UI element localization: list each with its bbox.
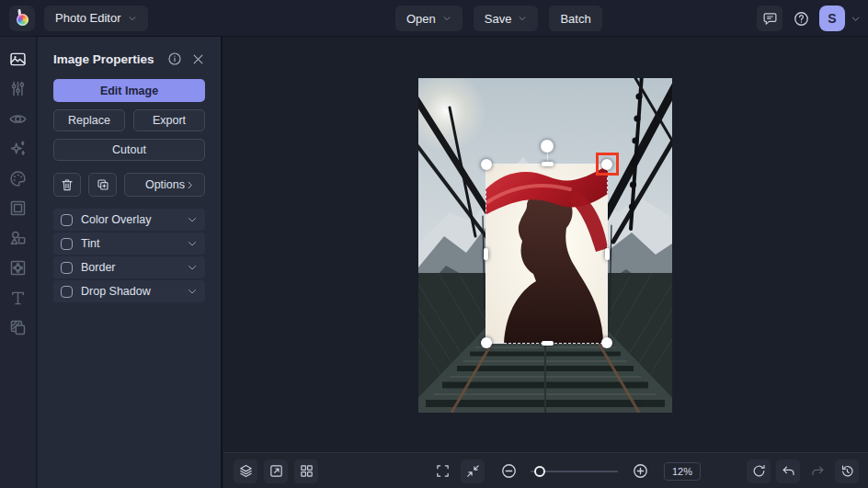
resize-canvas-button[interactable] xyxy=(264,460,288,483)
rail-graphics[interactable] xyxy=(0,223,37,254)
templates-button[interactable] xyxy=(294,460,318,483)
app-menu-button[interactable]: Photo Editor xyxy=(44,6,148,31)
property-row-tint[interactable]: Tint xyxy=(53,233,205,255)
sync-icon xyxy=(751,463,767,479)
resize-handle-bottom-left[interactable] xyxy=(481,337,492,348)
replace-button[interactable]: Replace xyxy=(53,109,125,131)
resize-handle-bottom[interactable] xyxy=(542,341,554,346)
export-button[interactable]: Export xyxy=(133,109,205,131)
property-row-border[interactable]: Border xyxy=(53,256,205,278)
shapes-icon xyxy=(8,229,28,248)
replace-export-row: Replace Export xyxy=(53,109,205,131)
ornate-frame-icon xyxy=(8,258,28,278)
undo-button[interactable] xyxy=(776,460,800,483)
close-icon[interactable] xyxy=(191,52,205,66)
options-button[interactable]: Options xyxy=(124,173,205,197)
tool-rail xyxy=(0,37,37,488)
chevron-down-icon[interactable] xyxy=(187,262,198,273)
chevron-down-icon[interactable] xyxy=(187,238,198,249)
border-checkbox[interactable] xyxy=(61,262,73,274)
property-list: Color Overlay Tint Border Drop Shadow xyxy=(53,209,205,302)
layers-button[interactable] xyxy=(234,460,257,483)
eye-icon xyxy=(8,109,28,129)
property-row-color-overlay[interactable]: Color Overlay xyxy=(53,209,205,231)
history-icon xyxy=(839,463,855,479)
edit-image-button[interactable]: Edit Image xyxy=(53,79,205,102)
fullscreen-icon xyxy=(435,463,451,479)
topbar-right: S xyxy=(757,6,861,31)
rail-edit[interactable] xyxy=(0,74,37,105)
color-overlay-checkbox[interactable] xyxy=(61,214,73,226)
chevron-down-icon xyxy=(442,14,451,23)
feedback-button[interactable] xyxy=(757,6,782,31)
fit-to-screen-button[interactable] xyxy=(461,460,485,483)
rail-ai-tools[interactable] xyxy=(0,134,37,165)
zoom-controls: 12% xyxy=(430,453,701,488)
app-menu-label: Photo Editor xyxy=(55,11,121,25)
help-button[interactable] xyxy=(788,6,814,31)
property-row-drop-shadow[interactable]: Drop Shadow xyxy=(53,280,205,302)
history-tools xyxy=(747,453,859,488)
layer-view-tools xyxy=(234,453,318,488)
duplicate-icon xyxy=(96,177,110,192)
rail-text[interactable] xyxy=(0,283,37,313)
chevron-down-icon[interactable] xyxy=(187,214,198,225)
rail-touch-up[interactable] xyxy=(0,104,37,134)
open-button[interactable]: Open xyxy=(395,6,463,31)
fullscreen-button[interactable] xyxy=(430,460,454,483)
delete-layer-button[interactable] xyxy=(53,173,81,197)
resize-handle-top-left[interactable] xyxy=(481,159,492,170)
chevron-down-icon xyxy=(128,14,137,23)
chevron-down-icon xyxy=(518,14,527,23)
bridge-photo-layer[interactable] xyxy=(418,78,672,413)
zoom-out-button[interactable] xyxy=(497,460,520,483)
drop-shadow-checkbox[interactable] xyxy=(61,286,73,298)
text-icon xyxy=(8,289,28,308)
bottom-toolbar: 12% xyxy=(223,452,868,488)
history-button[interactable] xyxy=(835,460,859,483)
tint-checkbox[interactable] xyxy=(61,238,73,250)
account-chevron-down-icon[interactable] xyxy=(851,14,861,24)
info-icon[interactable] xyxy=(167,51,182,66)
zoom-in-button[interactable] xyxy=(628,460,652,483)
rail-frames[interactable] xyxy=(0,194,37,224)
reset-button[interactable] xyxy=(747,460,771,483)
rail-overlays[interactable] xyxy=(0,254,37,284)
comment-icon xyxy=(762,11,778,27)
chevron-down-icon[interactable] xyxy=(187,286,198,297)
rail-image-manager[interactable] xyxy=(0,44,37,74)
image-icon xyxy=(8,50,28,69)
zoom-slider[interactable] xyxy=(531,465,618,478)
minus-circle-icon xyxy=(500,462,518,480)
zoom-level-indicator[interactable]: 12% xyxy=(664,462,701,481)
rail-artsy[interactable] xyxy=(0,164,37,194)
sliders-icon xyxy=(8,79,28,98)
batch-button[interactable]: Batch xyxy=(549,6,601,31)
property-label: Tint xyxy=(81,237,187,250)
zoom-slider-knob[interactable] xyxy=(534,466,545,477)
sparkles-icon xyxy=(8,139,28,158)
resize-handle-top[interactable] xyxy=(542,162,554,166)
resize-handle-left[interactable] xyxy=(484,248,488,260)
duplicate-layer-button[interactable] xyxy=(88,173,116,197)
save-button[interactable]: Save xyxy=(474,6,539,31)
active-handle-highlight[interactable] xyxy=(596,153,619,176)
cutout-button[interactable]: Cutout xyxy=(53,139,205,161)
panel-title: Image Properties xyxy=(53,52,158,66)
editor-canvas[interactable] xyxy=(223,37,868,488)
top-bar: Photo Editor Open Save Batch xyxy=(0,0,868,37)
rail-textures[interactable] xyxy=(0,313,37,344)
chevron-right-icon xyxy=(185,180,195,190)
textures-icon xyxy=(8,318,28,337)
resize-handle-right[interactable] xyxy=(605,248,610,260)
undo-icon xyxy=(781,463,796,479)
rotate-handle[interactable] xyxy=(541,140,554,153)
save-label: Save xyxy=(485,12,512,26)
selection-box[interactable] xyxy=(485,164,608,344)
befunky-logo[interactable] xyxy=(9,6,35,31)
frame-icon xyxy=(8,199,28,218)
resize-handle-bottom-right[interactable] xyxy=(601,337,612,348)
user-avatar[interactable]: S xyxy=(819,6,845,31)
fit-screen-icon xyxy=(465,463,481,479)
redo-button[interactable] xyxy=(805,460,829,483)
